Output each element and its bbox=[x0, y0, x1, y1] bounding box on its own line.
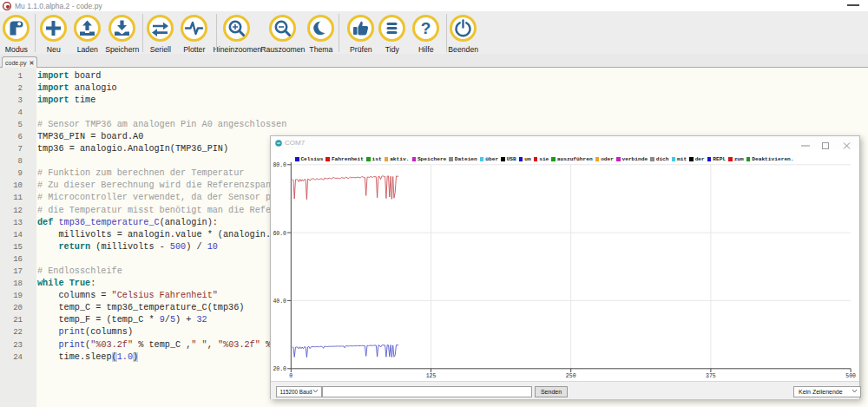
svg-text:375: 375 bbox=[706, 373, 716, 379]
svg-text:250: 250 bbox=[566, 373, 576, 379]
svg-text:0: 0 bbox=[289, 373, 293, 379]
svg-text:80.0: 80.0 bbox=[273, 162, 286, 168]
svg-text:?: ? bbox=[421, 19, 431, 37]
svg-text:60.0: 60.0 bbox=[273, 231, 286, 237]
svg-text:40.0: 40.0 bbox=[273, 299, 286, 305]
svg-text:125: 125 bbox=[426, 373, 437, 379]
svg-text:20.0: 20.0 bbox=[273, 366, 286, 372]
svg-text:500: 500 bbox=[845, 373, 856, 379]
